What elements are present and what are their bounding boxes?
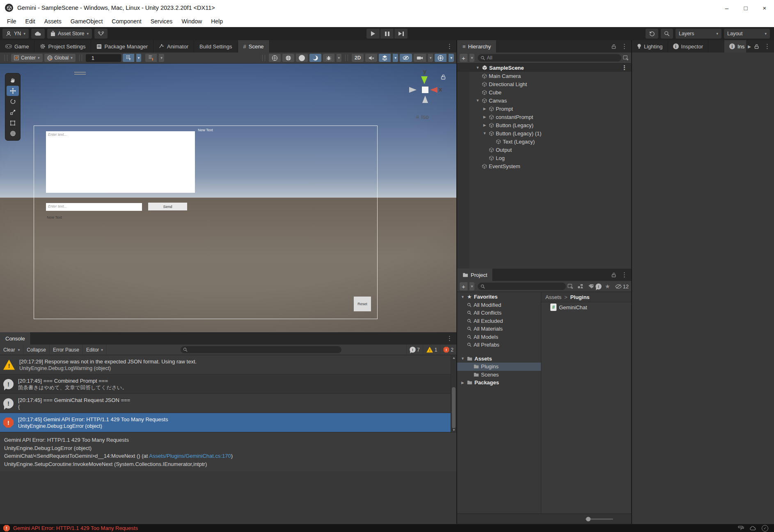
view-hand-tool[interactable] — [7, 75, 19, 85]
menu-component[interactable]: Component — [107, 16, 146, 27]
scroll-up-icon[interactable]: ▲ — [452, 356, 456, 360]
hierarchy-item[interactable]: ▶Button (Legacy) — [457, 121, 631, 129]
hierarchy-item[interactable]: Directional Light — [457, 80, 631, 88]
tab-lighting[interactable]: Lighting — [632, 40, 668, 53]
shading-mode-shaded-button[interactable] — [269, 54, 281, 62]
log-type-icon[interactable]: ! — [595, 283, 602, 290]
hierarchy-item[interactable]: ▶Prompt — [457, 105, 631, 113]
snap-settings-caret[interactable]: ▾ — [159, 54, 164, 62]
tab-hierarchy[interactable]: ≡ Hierarchy — [457, 40, 497, 53]
hierarchy-item[interactable]: ▶constantPrompt — [457, 113, 631, 121]
axis-y-cone[interactable] — [421, 76, 428, 84]
menu-file[interactable]: File — [2, 16, 21, 27]
asset-store-button[interactable]: Asset Store ▾ — [47, 29, 92, 39]
effects-toggle-button[interactable] — [379, 54, 391, 62]
layers-dropdown[interactable]: Layers ▾ — [676, 29, 721, 39]
gizmo-lock-icon[interactable] — [441, 74, 446, 80]
assets-root[interactable]: ▼ Assets — [457, 355, 541, 363]
lock-icon[interactable] — [610, 272, 618, 277]
debug-draw-mode-caret[interactable]: ▾ — [337, 54, 342, 62]
orientation-gizmo[interactable]: y x ≡ Iso — [400, 67, 453, 124]
rect-tool[interactable] — [7, 118, 19, 128]
version-control-button[interactable] — [94, 29, 108, 39]
tab-animator[interactable]: Animator — [153, 40, 194, 53]
scene-viewport[interactable]: Enter text... New Text Enter text... Sen… — [0, 64, 456, 332]
debug-draw-mode-button[interactable] — [323, 54, 334, 62]
favorite-item[interactable]: All Models — [457, 333, 541, 341]
console-scrollbar[interactable]: ▲ ▼ — [451, 355, 456, 433]
menu-assets[interactable]: Assets — [40, 16, 66, 27]
foldout-icon[interactable]: ▶ — [482, 107, 487, 111]
scene-pane-menu-icon[interactable]: ⋮ — [443, 40, 456, 53]
create-asset-caret[interactable]: ▾ — [469, 282, 475, 290]
move-tool[interactable] — [7, 86, 19, 96]
maximize-button[interactable]: □ — [736, 0, 755, 16]
projection-toggle[interactable]: ≡ Iso — [416, 114, 429, 120]
hierarchy-item[interactable]: EventSystem — [457, 162, 631, 170]
tool-handle-rotation-dropdown[interactable]: Global ▾ — [44, 54, 76, 62]
editor-dropdown[interactable]: Editor ▾ — [83, 345, 107, 355]
label-filter-icon[interactable] — [588, 284, 594, 289]
hierarchy-item[interactable]: ▼Canvas — [457, 96, 631, 105]
packages-root[interactable]: ▶ Packages — [457, 379, 541, 387]
status-message[interactable]: Gemini API Error: HTTP/1.1 429 Too Many … — [13, 525, 138, 531]
close-button[interactable]: × — [755, 0, 774, 16]
create-object-caret[interactable]: ▾ — [469, 54, 475, 62]
lock-icon[interactable] — [610, 44, 618, 49]
foldout-icon[interactable]: ▼ — [482, 131, 487, 135]
warning-count-toggle[interactable]: ! 1 — [423, 345, 440, 355]
play-button[interactable] — [366, 29, 380, 39]
rotate-tool[interactable] — [7, 96, 19, 107]
cloud-button[interactable] — [31, 29, 45, 39]
foldout-icon[interactable]: ▶ — [460, 381, 465, 385]
check-circle-icon[interactable]: ✓ — [762, 525, 768, 532]
effects-toggle-caret[interactable]: ▾ — [393, 54, 398, 62]
tool-handle-pivot-dropdown[interactable]: Center ▾ — [11, 54, 43, 62]
foldout-icon[interactable]: ▼ — [475, 66, 480, 70]
menu-help[interactable]: Help — [206, 16, 227, 27]
snap-settings-button[interactable] — [145, 54, 157, 62]
tab-inspector[interactable]: i Inspector — [668, 40, 708, 53]
hierarchy-item-scene[interactable]: ▼ SampleScene ⋮ — [457, 64, 631, 72]
hierarchy-item[interactable]: Main Camera — [457, 72, 631, 80]
scroll-down-icon[interactable]: ▼ — [452, 428, 456, 432]
step-button[interactable] — [394, 29, 408, 39]
grid-visibility-caret[interactable]: ▾ — [136, 54, 142, 62]
gizmos-toggle-button[interactable] — [435, 54, 447, 62]
hierarchy-item[interactable]: Log — [457, 154, 631, 162]
asset-type-filter-icon[interactable] — [577, 284, 583, 289]
console-menu-icon[interactable]: ⋮ — [443, 332, 456, 345]
log-entry-warning[interactable]: ! [20:17:29] Response was not in the exp… — [0, 355, 456, 374]
hierarchy-item[interactable]: Text (Legacy) — [457, 137, 631, 146]
favorite-item[interactable]: All Modified — [457, 301, 541, 309]
tab-project[interactable]: Project — [457, 269, 493, 281]
hierarchy-item[interactable]: Cube — [457, 88, 631, 96]
tab-scene[interactable]: # Scene — [238, 40, 270, 53]
info-count-toggle[interactable]: ! 7 — [406, 345, 423, 355]
foldout-icon[interactable]: ▶ — [482, 123, 487, 127]
tab-overflow-icon[interactable]: ▶ — [746, 40, 753, 53]
clear-dropdown-caret[interactable]: ▾ — [17, 345, 24, 355]
status-bar[interactable]: ! Gemini API Error: HTTP/1.1 429 Too Man… — [0, 524, 774, 532]
shading-mode-unlit-button[interactable] — [296, 54, 308, 62]
error-count-toggle[interactable]: ! 2 — [440, 345, 456, 355]
audio-mute-button[interactable] — [365, 54, 377, 62]
asset-item-geminichat[interactable]: # GeminiChat — [541, 302, 631, 312]
log-entry-error-selected[interactable]: ! [20:17:45] Gemini API Error: HTTP/1.1 … — [0, 413, 456, 432]
axis-neg-cone[interactable] — [422, 96, 428, 103]
hidden-count-toggle[interactable]: 12 — [615, 283, 629, 290]
favorite-item[interactable]: All Prefabs — [457, 341, 541, 349]
favorite-item[interactable]: All Excluded — [457, 317, 541, 325]
foldout-icon[interactable]: ▼ — [460, 295, 465, 299]
grid-visibility-button[interactable]: Y — [123, 54, 134, 62]
tab-package-manager[interactable]: Package Manager — [91, 40, 153, 53]
undo-history-button[interactable] — [646, 29, 658, 39]
menu-gameobject[interactable]: GameObject — [66, 16, 108, 27]
log-entry-info[interactable]: ! [20:17:45] === GeminiChat Request JSON… — [0, 394, 456, 413]
breadcrumb-root[interactable]: Assets — [545, 294, 561, 300]
menu-edit[interactable]: Edit — [21, 16, 40, 27]
reset-button[interactable]: Reset — [354, 297, 371, 311]
breadcrumb-current[interactable]: Plugins — [570, 294, 590, 300]
favorite-item[interactable]: All Materials — [457, 325, 541, 333]
foldout-icon[interactable]: ▶ — [482, 115, 487, 119]
